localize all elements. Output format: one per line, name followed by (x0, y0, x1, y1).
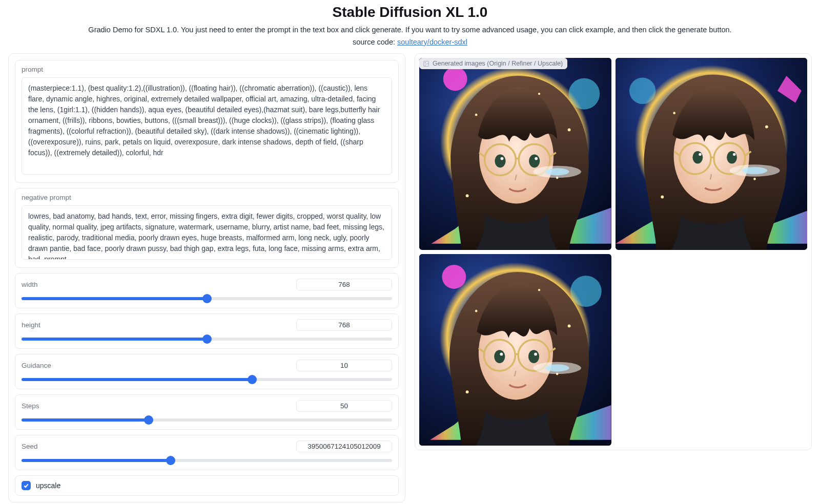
gallery-image-upscale[interactable] (419, 254, 611, 446)
prompt-block: prompt (15, 60, 399, 183)
svg-point-15 (475, 114, 478, 116)
steps-block: Steps (15, 394, 399, 430)
svg-point-58 (538, 289, 540, 291)
svg-point-21 (545, 168, 569, 175)
svg-point-14 (535, 157, 538, 160)
check-icon (23, 482, 29, 489)
svg-point-54 (475, 309, 478, 312)
source-prefix: source code: (353, 38, 397, 46)
svg-point-35 (673, 112, 675, 114)
steps-label: Steps (22, 402, 39, 410)
page-subtitle: Gradio Demo for SDXL 1.0. You just need … (8, 26, 812, 38)
svg-point-40 (742, 167, 767, 174)
height-slider[interactable] (22, 338, 392, 341)
svg-point-31 (692, 151, 703, 164)
svg-point-36 (765, 125, 768, 129)
svg-point-34 (733, 153, 735, 156)
upscale-label: upscale (36, 481, 60, 490)
width-slider[interactable] (22, 297, 392, 300)
prompt-label: prompt (22, 66, 392, 73)
gallery-label-text: Generated images (Origin / Refiner / Ups… (433, 60, 563, 67)
svg-point-18 (466, 194, 469, 197)
image-icon (423, 60, 429, 67)
svg-point-11 (495, 154, 505, 167)
svg-point-13 (501, 157, 504, 160)
source-code-line: source code: soulteary/docker-sdxl (8, 38, 812, 53)
gallery-empty-slot (616, 254, 808, 446)
svg-point-51 (528, 350, 539, 363)
negative-prompt-block: negative prompt (15, 188, 399, 268)
page-title: Stable Diffusion XL 1.0 (8, 0, 812, 26)
width-block: width (15, 273, 399, 308)
svg-point-32 (727, 151, 737, 164)
svg-point-33 (699, 153, 701, 156)
gallery-panel: Generated images (Origin / Refiner / Ups… (415, 53, 812, 450)
seed-label: Seed (22, 443, 38, 450)
gallery-label: Generated images (Origin / Refiner / Ups… (419, 58, 567, 69)
svg-point-19 (538, 93, 540, 95)
svg-point-60 (545, 364, 569, 371)
svg-point-1 (425, 62, 426, 63)
negative-prompt-label: negative prompt (22, 194, 392, 201)
prompt-input[interactable] (22, 77, 392, 175)
svg-point-12 (529, 154, 540, 167)
svg-point-38 (661, 196, 664, 199)
controls-panel: prompt negative prompt width h (8, 53, 405, 502)
svg-point-52 (500, 352, 503, 355)
gallery-image-origin[interactable] (419, 58, 611, 250)
gallery-image-refiner[interactable] (616, 58, 808, 250)
width-number-input[interactable] (296, 279, 392, 290)
svg-point-3 (443, 67, 467, 91)
svg-point-53 (534, 352, 537, 355)
svg-point-37 (753, 178, 756, 180)
height-number-input[interactable] (296, 319, 392, 331)
upscale-block: upscale (15, 475, 399, 496)
seed-number-input[interactable] (296, 440, 392, 452)
seed-slider[interactable] (22, 459, 392, 462)
upscale-checkbox[interactable] (22, 481, 31, 490)
height-label: height (22, 321, 40, 329)
guidance-slider[interactable] (22, 378, 392, 381)
steps-slider[interactable] (22, 418, 392, 422)
svg-point-16 (568, 129, 571, 132)
svg-point-57 (466, 390, 469, 393)
source-code-link[interactable]: soulteary/docker-sdxl (397, 38, 467, 46)
svg-point-50 (494, 350, 505, 363)
guidance-number-input[interactable] (296, 360, 392, 371)
guidance-block: Guidance (15, 354, 399, 389)
height-block: height (15, 313, 399, 349)
guidance-label: Guidance (22, 362, 51, 369)
svg-point-55 (568, 324, 571, 327)
negative-prompt-input[interactable] (22, 205, 392, 260)
seed-block: Seed (15, 435, 399, 470)
steps-number-input[interactable] (296, 400, 392, 412)
width-label: width (22, 281, 38, 288)
